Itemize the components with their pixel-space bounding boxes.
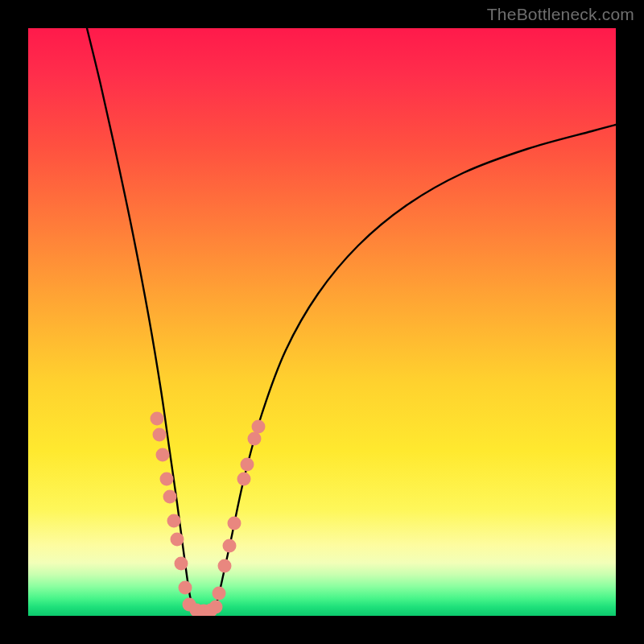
highlight-dot bbox=[175, 557, 188, 571]
highlight-dot bbox=[171, 533, 184, 547]
highlight-dot bbox=[167, 514, 181, 528]
highlight-dot bbox=[248, 432, 262, 446]
highlight-dot bbox=[160, 473, 174, 486]
watermark-text: TheBottleneck.com bbox=[487, 5, 634, 24]
highlight-dot bbox=[179, 581, 192, 595]
curve-layer bbox=[28, 28, 616, 616]
highlight-dot bbox=[163, 490, 177, 504]
highlight-dot bbox=[209, 601, 223, 614]
curve-right-curve bbox=[215, 125, 616, 610]
plot-area bbox=[28, 28, 616, 616]
chart-frame: TheBottleneck.com bbox=[0, 0, 644, 644]
highlight-dot bbox=[252, 420, 266, 434]
highlight-dot bbox=[228, 517, 242, 530]
highlight-dot bbox=[241, 458, 254, 472]
highlight-dot bbox=[156, 448, 170, 462]
highlight-dot bbox=[218, 559, 232, 573]
highlight-dot bbox=[223, 539, 237, 553]
highlight-dot bbox=[237, 473, 251, 486]
highlight-dot bbox=[213, 587, 226, 601]
highlight-dot bbox=[151, 412, 164, 426]
highlight-dot bbox=[153, 428, 167, 442]
